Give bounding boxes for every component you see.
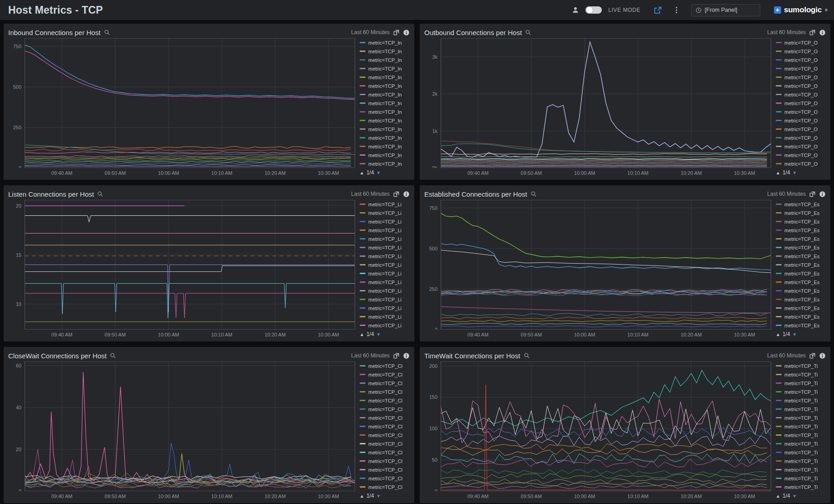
legend-item[interactable]: metric=TCP_Li: [360, 252, 410, 260]
page-down-arrow[interactable]: ▼: [376, 170, 381, 175]
legend-item[interactable]: metric=TCP_In: [360, 107, 410, 116]
legend-item[interactable]: metric=TCP_O: [776, 133, 826, 142]
page-up-arrow[interactable]: ▲: [776, 170, 780, 175]
legend-item[interactable]: metric=TCP_O: [776, 64, 826, 73]
legend-item[interactable]: metric=TCP_In: [360, 125, 410, 133]
magnifier-icon[interactable]: [524, 352, 530, 359]
legend-item[interactable]: metric=TCP_Cl: [360, 422, 410, 431]
legend-item[interactable]: metric=TCP_In: [360, 133, 410, 142]
legend-item[interactable]: metric=TCP_Li: [360, 234, 410, 243]
page-up-arrow[interactable]: ▲: [360, 332, 364, 337]
share-icon[interactable]: [653, 6, 662, 15]
legend-item[interactable]: metric=TCP_Cl: [360, 413, 410, 422]
legend-item[interactable]: metric=TCP_In: [360, 56, 410, 64]
page-down-arrow[interactable]: ▼: [793, 332, 797, 337]
magnifier-icon[interactable]: [530, 191, 537, 197]
legend-item[interactable]: metric=TCP_Es: [776, 200, 826, 209]
chart-canvas[interactable]: [441, 200, 771, 330]
legend-item[interactable]: metric=TCP_Es: [776, 243, 826, 252]
legend-item[interactable]: metric=TCP_O: [776, 142, 826, 151]
legend-item[interactable]: metric=TCP_Ti: [776, 448, 826, 457]
legend-item[interactable]: metric=TCP_Cl: [360, 448, 410, 457]
legend-item[interactable]: metric=TCP_Ti: [776, 439, 826, 448]
legend-item[interactable]: metric=TCP_O: [776, 151, 826, 159]
legend-item[interactable]: metric=TCP_Cl: [360, 474, 410, 483]
legend-item[interactable]: metric=TCP_O: [776, 125, 826, 133]
legend-item[interactable]: metric=TCP_O: [776, 81, 826, 90]
legend-item[interactable]: metric=TCP_Ti: [776, 483, 826, 491]
magnifier-icon[interactable]: [104, 29, 110, 36]
legend-item[interactable]: metric=TCP_In: [360, 73, 410, 81]
open-in-new-icon[interactable]: [809, 352, 816, 359]
legend-item[interactable]: metric=TCP_O: [776, 107, 826, 116]
info-icon[interactable]: [819, 191, 826, 198]
legend-item[interactable]: metric=TCP_Cl: [360, 439, 410, 448]
legend-item[interactable]: metric=TCP_Cl: [360, 457, 410, 465]
kebab-menu-icon[interactable]: [673, 6, 680, 14]
chart-plot[interactable]: [441, 200, 771, 330]
info-icon[interactable]: [819, 29, 826, 36]
chart-canvas[interactable]: [441, 38, 771, 168]
user-icon[interactable]: [572, 6, 579, 14]
legend-item[interactable]: metric=TCP_Li: [360, 209, 410, 217]
legend-item[interactable]: metric=TCP_Li: [360, 217, 410, 226]
legend-item[interactable]: metric=TCP_In: [360, 99, 410, 107]
legend-item[interactable]: metric=TCP_O: [776, 159, 826, 168]
page-up-arrow[interactable]: ▲: [360, 170, 364, 175]
magnifier-icon[interactable]: [97, 191, 103, 197]
legend-item[interactable]: metric=TCP_O: [776, 90, 826, 99]
legend-item[interactable]: metric=TCP_Es: [776, 278, 826, 286]
chart-plot[interactable]: [25, 38, 355, 168]
magnifier-icon[interactable]: [525, 29, 531, 36]
legend-item[interactable]: metric=TCP_Cl: [360, 387, 410, 396]
live-mode-toggle[interactable]: [585, 6, 602, 14]
legend-item[interactable]: metric=TCP_Ti: [776, 474, 826, 483]
chart-canvas[interactable]: [25, 38, 355, 168]
chart-canvas[interactable]: [441, 361, 771, 491]
info-icon[interactable]: [403, 29, 410, 36]
page-down-arrow[interactable]: ▼: [376, 332, 381, 337]
legend-item[interactable]: metric=TCP_Ti: [776, 457, 826, 465]
legend-item[interactable]: metric=TCP_Cl: [360, 465, 410, 474]
chart-plot[interactable]: [25, 361, 355, 491]
legend-item[interactable]: metric=TCP_Cl: [360, 431, 410, 439]
magnifier-icon[interactable]: [110, 352, 116, 359]
legend-item[interactable]: metric=TCP_Cl: [360, 483, 410, 491]
legend-item[interactable]: metric=TCP_Es: [776, 226, 826, 234]
legend-item[interactable]: metric=TCP_Es: [776, 321, 826, 330]
page-down-arrow[interactable]: ▼: [793, 170, 797, 175]
legend-item[interactable]: metric=TCP_O: [776, 116, 826, 125]
info-icon[interactable]: [403, 191, 410, 198]
legend-item[interactable]: metric=TCP_Es: [776, 269, 826, 278]
legend-item[interactable]: metric=TCP_Es: [776, 209, 826, 217]
legend-item[interactable]: metric=TCP_In: [360, 81, 410, 90]
legend-item[interactable]: metric=TCP_Li: [360, 278, 410, 286]
legend-item[interactable]: metric=TCP_Ti: [776, 361, 826, 370]
legend-item[interactable]: metric=TCP_O: [776, 38, 826, 47]
open-in-new-icon[interactable]: [393, 191, 400, 198]
page-up-arrow[interactable]: ▲: [776, 332, 780, 337]
time-range-input[interactable]: [From Panel]: [691, 4, 760, 16]
chart-plot[interactable]: [441, 361, 771, 491]
page-down-arrow[interactable]: ▼: [376, 494, 381, 499]
legend-item[interactable]: metric=TCP_Li: [360, 269, 410, 278]
legend-item[interactable]: metric=TCP_Ti: [776, 405, 826, 413]
legend-item[interactable]: metric=TCP_Ti: [776, 413, 826, 422]
legend-item[interactable]: metric=TCP_In: [360, 64, 410, 73]
legend-item[interactable]: metric=TCP_Ti: [776, 379, 826, 387]
legend-item[interactable]: metric=TCP_O: [776, 47, 826, 56]
legend-item[interactable]: metric=TCP_Cl: [360, 379, 410, 387]
legend-item[interactable]: metric=TCP_O: [776, 56, 826, 64]
chart-canvas[interactable]: [25, 361, 355, 491]
legend-item[interactable]: metric=TCP_Cl: [360, 361, 410, 370]
legend-item[interactable]: metric=TCP_Li: [360, 260, 410, 269]
info-icon[interactable]: [819, 352, 826, 359]
legend-item[interactable]: metric=TCP_In: [360, 151, 410, 159]
legend-item[interactable]: metric=TCP_Li: [360, 304, 410, 312]
legend-item[interactable]: metric=TCP_In: [360, 38, 410, 47]
legend-item[interactable]: metric=TCP_Ti: [776, 387, 826, 396]
legend-item[interactable]: metric=TCP_Es: [776, 252, 826, 260]
legend-item[interactable]: metric=TCP_Cl: [360, 405, 410, 413]
legend-item[interactable]: metric=TCP_Ti: [776, 465, 826, 474]
legend-item[interactable]: metric=TCP_Cl: [360, 396, 410, 405]
